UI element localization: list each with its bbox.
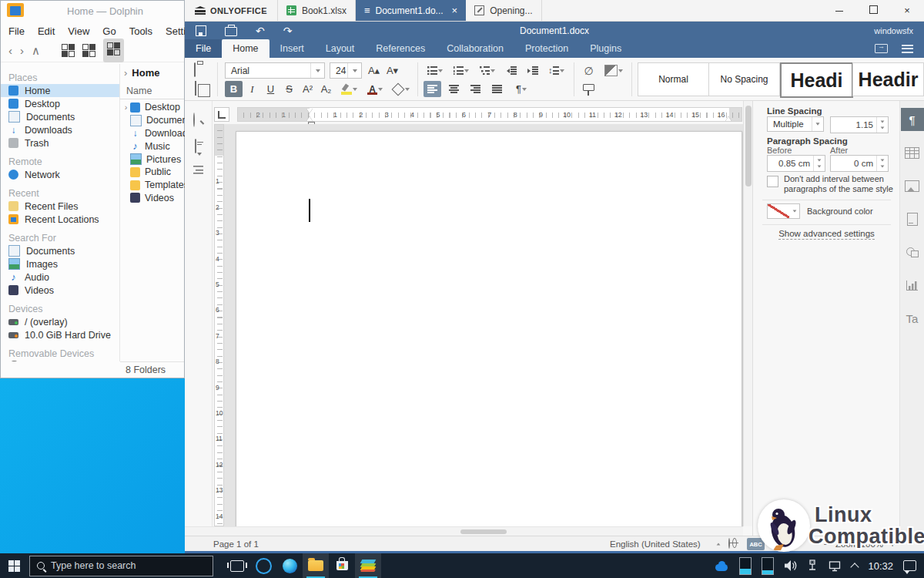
line-spacing-value-spinner[interactable]: 1.15 bbox=[830, 116, 889, 133]
tab-home[interactable]: Home bbox=[222, 39, 269, 58]
dolphin-menu-item[interactable]: Edit bbox=[38, 25, 55, 37]
tree-item[interactable]: Templates bbox=[120, 179, 185, 192]
onedrive-icon[interactable] bbox=[714, 561, 729, 571]
font-color-button[interactable]: A bbox=[363, 81, 387, 97]
table-shading-button[interactable] bbox=[601, 62, 626, 79]
style-heading2[interactable]: Headir bbox=[852, 62, 924, 96]
line-spacing-select[interactable]: Multiple bbox=[767, 116, 824, 132]
usb-eject-icon[interactable] bbox=[807, 560, 818, 572]
dolphin-menu-item[interactable]: Tools bbox=[129, 25, 152, 37]
font-size-select[interactable]: 24 bbox=[330, 62, 362, 79]
places-item[interactable]: Desktop bbox=[1, 97, 119, 110]
language-selector[interactable]: English (United States) bbox=[610, 539, 701, 549]
icons-view-button[interactable] bbox=[62, 44, 75, 57]
view-settings-icon[interactable] bbox=[902, 45, 913, 53]
places-item[interactable]: Images bbox=[1, 257, 119, 271]
copy-icon[interactable] bbox=[195, 81, 196, 96]
numbering-button[interactable] bbox=[450, 62, 473, 79]
tree-item[interactable]: Pictures bbox=[120, 153, 185, 166]
advanced-settings-link[interactable]: Show advanced settings bbox=[753, 229, 900, 238]
tray-expand-chevron-icon[interactable] bbox=[851, 563, 859, 571]
cortana-button[interactable] bbox=[250, 553, 276, 578]
places-item[interactable]: Places bbox=[1, 66, 119, 84]
undo-icon[interactable]: ↶ bbox=[256, 25, 265, 36]
bullets-button[interactable] bbox=[424, 62, 447, 79]
save-icon[interactable] bbox=[196, 25, 206, 36]
compact-view-button[interactable] bbox=[82, 44, 95, 57]
align-center-button[interactable] bbox=[445, 81, 463, 97]
tab-opening[interactable]: Opening... bbox=[466, 0, 541, 21]
increase-indent-button[interactable] bbox=[524, 62, 541, 79]
multilevel-list-button[interactable] bbox=[476, 62, 499, 79]
tree-item[interactable]: Downloads bbox=[120, 127, 185, 140]
table-settings-icon[interactable] bbox=[901, 141, 924, 164]
style-no-spacing[interactable]: No Spacing bbox=[708, 62, 780, 96]
tree-item[interactable]: Videos bbox=[120, 192, 185, 205]
superscript-button[interactable]: A² bbox=[299, 81, 316, 97]
header-footer-settings-icon[interactable] bbox=[901, 207, 924, 230]
increase-font-button[interactable]: A▴ bbox=[365, 62, 383, 79]
tree-item[interactable]: Public bbox=[120, 166, 185, 179]
background-color-dropdown[interactable] bbox=[789, 203, 800, 219]
navigation-icon[interactable] bbox=[193, 166, 203, 174]
horizontal-ruler[interactable]: 211234567891011121314151617 bbox=[237, 107, 742, 122]
places-item[interactable]: Audio bbox=[1, 271, 119, 284]
tab-references[interactable]: References bbox=[365, 39, 436, 58]
network-icon[interactable] bbox=[828, 560, 842, 572]
expander-icon[interactable]: › bbox=[122, 102, 130, 112]
places-item[interactable]: Remote bbox=[1, 150, 119, 168]
action-center-icon[interactable] bbox=[903, 560, 916, 571]
vertical-scrollbar[interactable] bbox=[743, 101, 752, 526]
tab-protection[interactable]: Protection bbox=[514, 39, 579, 58]
breadcrumb[interactable]: › Home bbox=[124, 66, 159, 79]
line-spacing-button[interactable] bbox=[545, 62, 568, 79]
places-item[interactable]: Downloads bbox=[1, 123, 119, 136]
places-item[interactable]: Videos bbox=[1, 284, 119, 297]
search-icon[interactable] bbox=[193, 113, 195, 127]
hanging-indent-marker[interactable] bbox=[306, 116, 313, 121]
set-language-globe-icon[interactable] bbox=[728, 538, 730, 549]
image-settings-icon[interactable] bbox=[901, 174, 924, 197]
underline-button[interactable]: U bbox=[262, 81, 280, 97]
start-button[interactable] bbox=[8, 560, 20, 572]
same-style-checkbox[interactable] bbox=[767, 176, 778, 187]
up-button[interactable]: ∧ bbox=[32, 45, 40, 56]
places-item[interactable]: 10.0 GiB Hard Drive bbox=[1, 328, 119, 341]
document-page[interactable] bbox=[236, 131, 742, 526]
places-item[interactable]: Documents bbox=[1, 110, 119, 123]
strikethrough-button[interactable]: S bbox=[280, 81, 298, 97]
shading-button[interactable] bbox=[390, 81, 413, 97]
comments-icon[interactable] bbox=[195, 139, 196, 153]
bold-button[interactable]: B bbox=[225, 81, 243, 97]
places-item[interactable]: Recent Files bbox=[1, 200, 119, 213]
redo-icon[interactable]: ↷ bbox=[283, 25, 293, 36]
close-button[interactable]: × bbox=[890, 5, 924, 16]
places-item[interactable]: / (overlay) bbox=[1, 315, 119, 328]
chart-settings-icon[interactable] bbox=[901, 274, 924, 297]
places-item[interactable]: Recent bbox=[1, 181, 119, 200]
tree-column-header[interactable]: Name bbox=[120, 82, 184, 99]
dolphin-menu-item[interactable]: View bbox=[68, 25, 89, 37]
file-manager-button[interactable] bbox=[303, 553, 329, 578]
first-line-indent-marker[interactable] bbox=[306, 109, 313, 113]
places-item[interactable]: Trash bbox=[1, 136, 119, 150]
horizontal-scrollbar[interactable] bbox=[185, 526, 743, 536]
edge-button[interactable] bbox=[276, 553, 303, 578]
places-item[interactable]: Removable Devices bbox=[1, 341, 119, 360]
places-item[interactable]: Windowsfx 10.8 bbox=[1, 360, 119, 361]
align-right-button[interactable] bbox=[467, 81, 484, 97]
places-item[interactable]: Home bbox=[1, 84, 119, 97]
italic-button[interactable]: I bbox=[243, 81, 261, 97]
tab-book1[interactable]: Book1.xlsx bbox=[278, 0, 356, 21]
places-item[interactable]: Recent Locations bbox=[1, 213, 119, 226]
nonprinting-chars-button[interactable]: ¶ bbox=[510, 81, 533, 97]
onlyoffice-dock-button[interactable] bbox=[355, 553, 381, 578]
places-item[interactable]: Search For bbox=[1, 226, 119, 244]
decrease-indent-button[interactable] bbox=[502, 62, 520, 79]
tab-file[interactable]: File bbox=[185, 39, 222, 58]
window-preview-1[interactable] bbox=[739, 557, 752, 575]
tree-item[interactable]: › Desktop bbox=[120, 101, 185, 114]
background-color-swatch[interactable] bbox=[767, 203, 791, 219]
vertical-ruler[interactable]: 1234567891011121314 bbox=[214, 124, 224, 526]
paragraph-settings-icon[interactable]: ¶ bbox=[901, 108, 924, 131]
